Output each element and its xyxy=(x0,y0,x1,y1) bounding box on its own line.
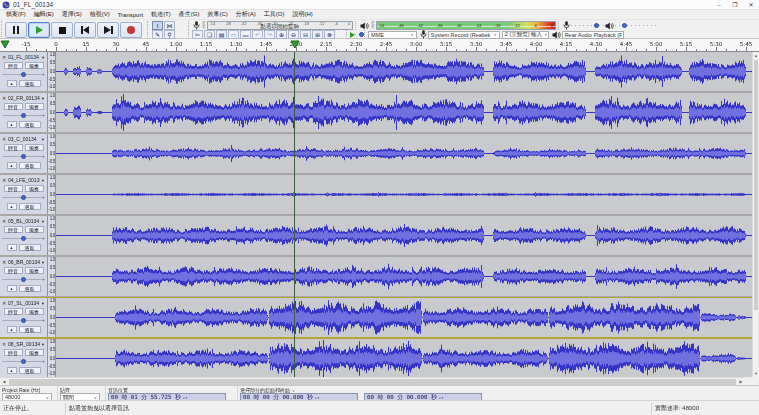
transport-play-button[interactable] xyxy=(28,22,50,38)
collapse-track-button[interactable]: ▲ xyxy=(7,285,17,292)
redo-button[interactable]: ↷ xyxy=(264,30,275,39)
select-track-button[interactable]: 選取 xyxy=(19,80,41,87)
spinner-icon[interactable]: ▴▾ xyxy=(439,395,444,400)
mute-button[interactable]: 靜音 xyxy=(4,226,23,233)
selection-tool-button[interactable]: I xyxy=(152,21,163,30)
gain-slider-thumb[interactable] xyxy=(21,154,26,159)
close-track-button[interactable]: ✕ xyxy=(1,177,7,183)
waveform-canvas-4[interactable] xyxy=(56,175,752,214)
collapse-track-button[interactable]: ▲ xyxy=(7,326,17,333)
spinner-icon[interactable]: ▴▾ xyxy=(315,395,320,400)
solo-button[interactable]: 獨奏 xyxy=(25,267,44,274)
recording-volume-slider[interactable] xyxy=(571,21,604,30)
track-menu-icon[interactable]: ▼ xyxy=(40,55,46,60)
menu-item-7[interactable]: 效果(C) xyxy=(203,10,231,19)
mute-button[interactable]: 靜音 xyxy=(4,144,23,151)
collapse-track-button[interactable]: ▲ xyxy=(7,244,17,251)
track-menu-icon[interactable]: ▼ xyxy=(40,342,46,347)
gain-slider-thumb[interactable] xyxy=(21,195,26,200)
menu-item-3[interactable]: 檢視(V) xyxy=(86,10,114,19)
transport-pause-button[interactable] xyxy=(5,22,27,38)
gain-slider-thumb[interactable] xyxy=(21,277,26,282)
vertical-scroll-thumb[interactable] xyxy=(754,60,758,310)
gain-slider[interactable]: −+ xyxy=(4,316,43,325)
waveform-canvas-3[interactable] xyxy=(56,134,752,173)
waveform-canvas-1[interactable] xyxy=(56,52,752,91)
scroll-up-icon[interactable]: ▲ xyxy=(753,52,759,59)
select-track-button[interactable]: 選取 xyxy=(19,285,41,292)
gain-slider[interactable]: −+ xyxy=(4,152,43,161)
transport-stop-button[interactable] xyxy=(51,22,73,38)
waveform-canvas-7[interactable] xyxy=(56,298,752,337)
gain-slider[interactable]: −+ xyxy=(4,193,43,202)
close-track-button[interactable]: ✕ xyxy=(1,259,7,265)
menu-item-0[interactable]: 檔案(F) xyxy=(2,10,30,19)
zoom-toggle-button[interactable]: ⊗ xyxy=(324,30,335,39)
track-menu-icon[interactable]: ▼ xyxy=(40,260,46,265)
zoom-selection-button[interactable]: ⊟ xyxy=(300,30,311,39)
collapse-track-button[interactable]: ▲ xyxy=(7,162,17,169)
mute-button[interactable]: 靜音 xyxy=(4,185,23,192)
maximize-button[interactable]: ❐ xyxy=(727,0,743,10)
gain-slider[interactable]: −+ xyxy=(4,357,43,366)
collapse-track-button[interactable]: ▲ xyxy=(7,203,17,210)
solo-button[interactable]: 獨奏 xyxy=(25,226,44,233)
transport-skip-to-end-button[interactable] xyxy=(97,22,119,38)
recording-device-select[interactable]: System Record (Realtek∨ xyxy=(428,31,500,39)
audio-host-select[interactable]: MME∨ xyxy=(368,31,417,39)
menu-item-1[interactable]: 編輯(E) xyxy=(30,10,58,19)
track-menu-icon[interactable]: ▼ xyxy=(40,301,46,306)
envelope-tool-button[interactable]: ⋈ xyxy=(164,21,175,30)
scroll-down-icon[interactable]: ▼ xyxy=(753,370,759,377)
gain-slider-thumb[interactable] xyxy=(21,113,26,118)
mute-button[interactable]: 靜音 xyxy=(4,349,23,356)
track-menu-icon[interactable]: ▼ xyxy=(40,96,46,101)
zoom-tool-button[interactable]: ⚲ xyxy=(164,30,175,39)
gain-slider-thumb[interactable] xyxy=(21,318,26,323)
paste-button[interactable]: ▤ xyxy=(216,30,227,39)
minimize-button[interactable]: – xyxy=(711,0,727,10)
zoom-in-button[interactable]: ⊕ xyxy=(276,30,287,39)
collapse-track-button[interactable]: ▲ xyxy=(7,80,17,87)
collapse-track-button[interactable]: ▲ xyxy=(7,367,17,374)
mute-button[interactable]: 靜音 xyxy=(4,103,23,110)
gain-slider-thumb[interactable] xyxy=(21,236,26,241)
recording-channels-select[interactable]: 2 (立體聲) 輸入∨ xyxy=(502,31,549,39)
cut-button[interactable]: ✂ xyxy=(192,30,203,39)
mute-button[interactable]: 靜音 xyxy=(4,62,23,69)
gain-slider[interactable]: −+ xyxy=(4,275,43,284)
menu-item-2[interactable]: 選擇(S) xyxy=(58,10,86,19)
undo-button[interactable]: ↶ xyxy=(252,30,263,39)
solo-button[interactable]: 獨奏 xyxy=(25,103,44,110)
close-button[interactable]: ✕ xyxy=(743,0,759,10)
playback-volume-slider-thumb[interactable] xyxy=(622,23,627,28)
playback-volume-slider[interactable] xyxy=(615,21,656,30)
select-track-button[interactable]: 選取 xyxy=(19,367,41,374)
gain-slider[interactable]: −+ xyxy=(4,111,43,120)
spinner-icon[interactable]: ▴▾ xyxy=(183,395,188,400)
solo-button[interactable]: 獨奏 xyxy=(25,308,44,315)
draw-tool-button[interactable]: ✎ xyxy=(152,30,163,39)
horizontal-scrollbar[interactable]: ◀ ▶ xyxy=(0,377,759,385)
select-track-button[interactable]: 選取 xyxy=(19,203,41,210)
gain-slider[interactable]: −+ xyxy=(4,234,43,243)
close-track-button[interactable]: ✕ xyxy=(1,218,7,224)
track-menu-icon[interactable]: ▼ xyxy=(40,219,46,224)
track-menu-icon[interactable]: ▼ xyxy=(40,137,46,142)
menu-item-8[interactable]: 分析(A) xyxy=(232,10,260,19)
solo-button[interactable]: 獨奏 xyxy=(25,62,44,69)
menu-item-4[interactable]: Transport xyxy=(114,12,147,18)
playback-meter[interactable]: -54-48-42-36-30-24-18-12-60 xyxy=(376,21,557,30)
playback-device-select[interactable]: Rear Audio Playback (F∨ xyxy=(562,31,624,39)
recording-meter[interactable]: -54-48-42-36-30-24-18-12-60點選以開始監聽 xyxy=(207,21,354,30)
waveform-canvas-2[interactable] xyxy=(56,93,752,132)
transport-skip-to-start-button[interactable] xyxy=(74,22,96,38)
solo-button[interactable]: 獨奏 xyxy=(25,185,44,192)
recording-volume-slider-thumb[interactable] xyxy=(594,23,599,28)
zoom-project-button[interactable]: ⊞ xyxy=(312,30,323,39)
close-track-button[interactable]: ✕ xyxy=(1,95,7,101)
collapse-track-button[interactable]: ▲ xyxy=(7,121,17,128)
select-track-button[interactable]: 選取 xyxy=(19,162,41,169)
copy-button[interactable]: ❏ xyxy=(204,30,215,39)
menu-item-9[interactable]: 工具(O) xyxy=(260,10,289,19)
